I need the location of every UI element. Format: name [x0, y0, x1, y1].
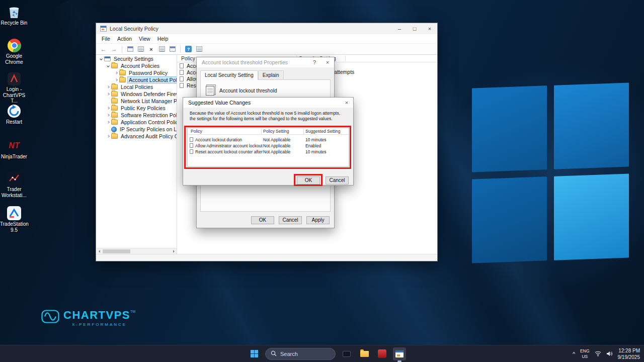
taskbar-search[interactable]: Search — [265, 348, 336, 360]
window-title: Local Security Policy — [110, 26, 158, 32]
scroll-left-arrow[interactable] — [97, 249, 102, 254]
column-separator[interactable] — [345, 55, 346, 61]
desktop-icon-tradestation[interactable]: TradeStation 9.5 — [0, 204, 28, 233]
chevron-right-icon[interactable] — [106, 114, 111, 116]
suggested-cancel-button[interactable]: Cancel — [326, 176, 349, 185]
tray-chevron-up-icon[interactable]: ^ — [573, 351, 575, 357]
menu-file[interactable]: File — [98, 35, 114, 43]
language-indicator[interactable]: ENG US — [580, 348, 589, 358]
desktop-icon-trader-workstation[interactable]: Trader Workstati... — [0, 169, 28, 198]
volume-icon[interactable] — [606, 349, 613, 358]
tree-item-account-lockout-policy[interactable]: Account Lockout Policy — [97, 76, 177, 83]
clock[interactable]: 12:28 PM 9/19/2025 — [618, 347, 640, 360]
status-bar — [96, 254, 437, 261]
view-button[interactable] — [195, 45, 203, 54]
dialog-titlebar[interactable]: Account lockout threshold Properties ? × — [197, 57, 334, 67]
tree-item-password-policy[interactable]: Password Policy — [97, 69, 177, 76]
dialog-titlebar[interactable]: Suggested Value Changes × — [183, 98, 353, 108]
properties-button[interactable] — [157, 45, 166, 54]
chevron-right-icon[interactable] — [114, 72, 119, 74]
console-icon — [104, 56, 111, 61]
tree-item-security-settings[interactable]: Security Settings — [97, 55, 177, 62]
desktop-icon-recycle-bin[interactable]: Recycle Bin — [0, 3, 28, 26]
policy-properties-icon — [206, 86, 214, 96]
menu-help[interactable]: Help — [154, 35, 172, 43]
folder-icon — [111, 134, 118, 139]
chevron-right-icon[interactable] — [106, 135, 111, 137]
suggested-settings-table: Policy Policy Setting Suggested Setting … — [187, 128, 349, 167]
tree-item-advanced-audit-policy[interactable]: Advanced Audit Policy Configuration — [97, 133, 177, 140]
tab-local-security-setting[interactable]: Local Security Setting — [200, 70, 258, 80]
chevron-right-icon[interactable] — [106, 93, 111, 95]
policy-name: Account lockout threshold — [219, 88, 277, 94]
dialog-title: Account lockout threshold Properties — [202, 59, 288, 65]
tree-item-network-list-manager[interactable]: Network List Manager Policies — [97, 98, 177, 105]
chevron-right-icon[interactable] — [106, 121, 111, 123]
toolbar: ← → × ? — [96, 44, 437, 55]
chevron-right-icon[interactable] — [106, 86, 111, 88]
console-tree: Security Settings Account Policies Passw… — [97, 55, 177, 254]
windows-start-icon — [251, 350, 258, 357]
back-button[interactable]: ← — [99, 45, 108, 54]
close-button[interactable]: × — [422, 23, 437, 34]
wifi-icon[interactable] — [595, 349, 601, 358]
new-window-button[interactable] — [168, 45, 177, 54]
show-console-tree-button[interactable] — [126, 45, 134, 54]
chartvps-logo: CHARTVPSTM X-PERFORMANCE — [41, 310, 135, 327]
taskbar: Search ^ ENG US 12:28 PM 9/19/2025 — [0, 345, 644, 362]
taskbar-app-file-explorer[interactable] — [358, 347, 371, 360]
scrollbar-thumb[interactable] — [103, 249, 130, 253]
taskbar-app-desktops[interactable] — [340, 347, 353, 360]
menu-bar: File Action View Help — [96, 34, 437, 44]
tree-item-public-key-policies[interactable]: Public Key Policies — [97, 105, 177, 112]
tree-item-application-control-policies[interactable]: Application Control Policies — [97, 119, 177, 126]
taskbar-app-secpol[interactable] — [393, 347, 406, 360]
column-policy-setting[interactable]: Policy Setting — [263, 129, 289, 134]
column-policy[interactable]: Policy — [191, 129, 202, 134]
forward-button[interactable]: → — [110, 45, 118, 54]
tree-item-software-restriction-policies[interactable]: Software Restriction Policies — [97, 112, 177, 119]
menu-view[interactable]: View — [135, 35, 154, 43]
suggested-ok-button[interactable]: OK — [297, 176, 320, 185]
tree-item-windows-defender-firewall[interactable]: Windows Defender Firewall with Adva — [97, 90, 177, 98]
taskbar-app-red[interactable] — [375, 347, 388, 360]
close-icon[interactable]: × — [340, 98, 353, 108]
maximize-button[interactable]: □ — [407, 23, 422, 34]
tree-item-ip-security-policies[interactable]: IP Security Policies on Local Compute — [97, 126, 177, 133]
folder-icon — [360, 351, 369, 357]
help-button[interactable]: ? — [184, 45, 193, 54]
column-policy[interactable]: Policy — [181, 55, 195, 61]
chevron-down-icon[interactable] — [106, 65, 111, 67]
desktop-icon-ninjatrader[interactable]: NT NinjaTrader — [0, 137, 28, 160]
column-separator — [303, 129, 304, 134]
folder-icon — [119, 77, 126, 82]
scroll-right-arrow[interactable] — [171, 249, 177, 254]
policy-doc-icon — [180, 63, 184, 68]
desktop-icon-login-chartvps[interactable]: Login - ChartVPS T... — [0, 69, 28, 104]
tree-item-local-policies[interactable]: Local Policies — [97, 83, 177, 90]
table-row-allow-administrator-account-lockout[interactable]: Allow Administrator account lockout Not … — [188, 143, 349, 149]
horizontal-scrollbar[interactable] — [97, 248, 177, 254]
properties-cancel-button[interactable]: Cancel — [279, 216, 302, 224]
column-suggested-setting[interactable]: Suggested Setting — [305, 129, 340, 134]
table-row-reset-account-lockout-counter[interactable]: Reset account lockout counter after Not … — [188, 149, 349, 155]
tab-strip: Local Security Setting Explain — [200, 70, 284, 80]
desktop-icon-restart[interactable]: Restart — [0, 102, 28, 125]
minimize-button[interactable]: – — [392, 23, 407, 34]
start-button[interactable] — [248, 347, 261, 360]
chevron-down-icon[interactable] — [99, 58, 104, 60]
chevron-right-icon[interactable] — [114, 79, 119, 81]
export-list-button[interactable] — [136, 45, 145, 54]
menu-action[interactable]: Action — [114, 35, 135, 43]
help-icon[interactable]: ? — [308, 57, 321, 67]
tab-explain[interactable]: Explain — [258, 70, 284, 80]
properties-ok-button[interactable]: OK — [251, 216, 274, 224]
window-titlebar[interactable]: Local Security Policy – □ × — [96, 23, 437, 34]
delete-button[interactable]: × — [147, 45, 155, 54]
table-row-account-lockout-duration[interactable]: Account lockout duration Not Applicable … — [188, 137, 349, 143]
properties-apply-button[interactable]: Apply — [306, 216, 330, 224]
tree-item-account-policies[interactable]: Account Policies — [97, 62, 177, 69]
desktop-icon-google-chrome[interactable]: Google Chrome — [0, 36, 28, 65]
close-icon[interactable]: × — [321, 57, 334, 67]
chevron-right-icon[interactable] — [106, 107, 111, 109]
